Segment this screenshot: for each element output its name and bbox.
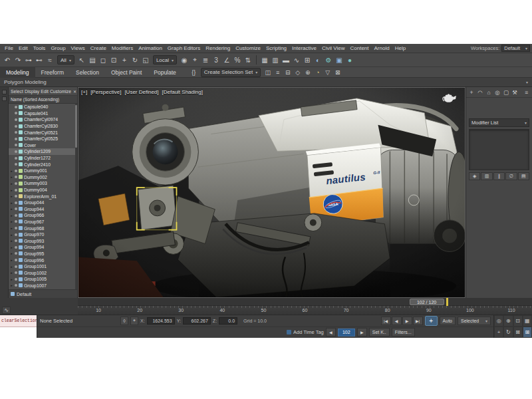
redo-icon[interactable]: ↷ — [13, 55, 23, 66]
workspace-dropdown[interactable]: Default ▾ — [501, 45, 530, 52]
menu-rendering[interactable]: Rendering — [203, 44, 233, 53]
go-to-end-button[interactable]: ▶| — [413, 317, 423, 325]
select-and-manipulate-icon[interactable]: ⌖ — [190, 55, 200, 66]
menu-create[interactable]: Create — [88, 44, 109, 53]
hierarchy-panel-tab[interactable]: ⌂ — [485, 88, 493, 97]
visibility-dot-icon[interactable] — [15, 278, 17, 281]
menu-tools[interactable]: Tools — [31, 44, 49, 53]
list-item[interactable]: ▸ Dummy002 — [9, 174, 77, 181]
schematic-view-icon[interactable]: ⊞ — [302, 55, 313, 66]
array-icon[interactable]: ⊕ — [303, 67, 313, 77]
current-frame-field[interactable]: 102 — [338, 329, 355, 336]
keyboard-shortcut-override-icon[interactable]: ≣ — [200, 55, 211, 66]
maxscript-mini-listener[interactable]: clearSelection — [0, 315, 37, 338]
list-item[interactable]: ▸ Group044 — [9, 200, 77, 206]
y-coordinate-field[interactable]: 602.267 — [183, 317, 211, 325]
visibility-dot-icon[interactable] — [15, 284, 17, 287]
expand-caret-icon[interactable]: ▸ — [10, 169, 13, 173]
dock-handle[interactable] — [2, 90, 7, 94]
mini-curve-editor-button[interactable]: ∿ — [2, 307, 11, 314]
menu-edit[interactable]: Edit — [16, 44, 31, 53]
perspective-viewport[interactable]: nautilus G-II NASA — [78, 87, 466, 298]
menu-graph-editors[interactable]: Graph Editors — [165, 44, 203, 53]
list-item[interactable]: ChamferCyl0521 — [9, 129, 77, 136]
visibility-dot-icon[interactable] — [15, 118, 17, 121]
snapshot-icon[interactable]: ◔ — [313, 67, 323, 77]
track-bar[interactable]: 102030405060708090100110 — [78, 306, 532, 315]
explorer-menu-customize[interactable]: Customize — [49, 89, 72, 94]
rectangular-selection-region-icon[interactable]: ◻ — [98, 55, 108, 66]
list-item[interactable]: ▸ Group970 — [9, 231, 77, 238]
visibility-dot-icon[interactable] — [15, 131, 17, 134]
select-and-move-icon[interactable]: + — [119, 55, 130, 66]
visibility-dot-icon[interactable] — [15, 252, 17, 255]
previous-frame-button[interactable]: ◀ — [392, 317, 402, 325]
list-item[interactable]: ▸ Dummy001 — [9, 168, 77, 174]
list-item[interactable]: ▸ Group996 — [9, 257, 77, 263]
toggle-scene-explorer-icon[interactable]: ▦ — [259, 55, 270, 66]
configure-modifier-sets-icon[interactable]: ▤ — [518, 172, 529, 180]
visibility-dot-icon[interactable] — [15, 150, 17, 153]
expand-caret-icon[interactable]: ▸ — [10, 277, 13, 281]
absolute-mode-toggle[interactable]: ⌖ — [130, 317, 138, 325]
visibility-dot-icon[interactable] — [15, 170, 17, 172]
toggle-ribbon-icon[interactable]: ▬ — [281, 55, 291, 66]
expand-caret-icon[interactable]: ▸ — [10, 233, 13, 237]
select-and-scale-icon[interactable]: ◱ — [140, 55, 151, 66]
visibility-dot-icon[interactable] — [15, 163, 17, 166]
close-icon[interactable]: ✕ — [72, 89, 77, 94]
play-button[interactable]: ▶ — [402, 317, 412, 325]
menu-help[interactable]: Help — [392, 44, 408, 53]
expand-caret-icon[interactable]: ▸ — [10, 271, 13, 275]
list-item[interactable]: ▸ Group944 — [9, 206, 77, 213]
menu-content[interactable]: Content — [348, 44, 372, 53]
zoom-all-icon[interactable]: ⊕ — [503, 315, 513, 327]
visibility-dot-icon[interactable] — [15, 189, 17, 192]
visibility-dot-icon[interactable] — [15, 220, 17, 223]
ribbon-tab-populate[interactable]: Populate — [148, 67, 182, 78]
modifier-list-dropdown[interactable]: Modifier List ▾ — [469, 118, 529, 127]
named-selection-sets-dropdown[interactable]: Create Selection Set ▾ — [201, 68, 261, 77]
viewport-lighting-menu[interactable]: [User Defined] — [124, 89, 158, 95]
menu-customize[interactable]: Customize — [233, 44, 263, 53]
list-item[interactable]: Cylinder1209 — [9, 148, 77, 155]
list-item[interactable]: Capsule041 — [9, 110, 77, 117]
menu-file[interactable]: File — [2, 44, 16, 53]
show-end-result-icon[interactable]: ▥ — [481, 172, 492, 180]
maximize-viewport-icon[interactable]: ⊞ — [523, 327, 532, 338]
expand-caret-icon[interactable]: ▸ — [10, 207, 13, 211]
visibility-dot-icon[interactable] — [15, 259, 17, 261]
list-item[interactable]: ▸ Group1002 — [9, 269, 77, 276]
render-production-icon[interactable]: ● — [344, 55, 355, 66]
next-frame-button[interactable]: ▶ — [357, 328, 367, 336]
reference-coordinate-dropdown[interactable]: Local ▾ — [153, 55, 177, 65]
expand-caret-icon[interactable]: ▸ — [10, 213, 13, 217]
window-crossing-icon[interactable]: ⊡ — [108, 55, 119, 66]
viewport-shading-menu[interactable]: [Default Shading] — [162, 89, 203, 95]
set-keys-button[interactable]: + — [425, 316, 438, 326]
list-item[interactable]: Cylinder2410 — [9, 161, 77, 168]
list-item[interactable]: ChamferCyl0525 — [9, 136, 77, 142]
ribbon-tab-modeling[interactable]: Modeling — [0, 67, 35, 78]
render-setup-icon[interactable]: ⚙ — [323, 55, 334, 66]
ribbon-section-label[interactable]: Polygon Modeling — [4, 79, 47, 85]
menu-group[interactable]: Group — [48, 44, 68, 53]
visibility-dot-icon[interactable] — [15, 246, 17, 249]
unlink-selection-icon[interactable]: ⊷ — [34, 55, 45, 66]
list-item[interactable]: ▸ Group995 — [9, 251, 77, 257]
list-item[interactable]: Capsule040 — [9, 104, 77, 110]
visibility-dot-icon[interactable] — [15, 239, 17, 242]
pan-icon[interactable]: + — [494, 327, 503, 338]
select-and-link-icon[interactable]: ⊶ — [23, 55, 34, 66]
zoom-extents-icon[interactable]: ⊡ — [513, 315, 523, 327]
explorer-menu-display[interactable]: Display — [24, 89, 40, 94]
list-item[interactable]: Cylinder1272 — [9, 155, 77, 162]
scene-object-list[interactable]: Capsule040 Capsule041 ChamferCyl0974 Cha… — [9, 104, 77, 289]
expand-caret-icon[interactable]: ▸ — [10, 283, 13, 287]
menu-modifiers[interactable]: Modifiers — [109, 44, 136, 53]
list-item[interactable]: ChamferCyl0974 — [9, 116, 77, 123]
expand-caret-icon[interactable]: ▸ — [10, 175, 13, 179]
expand-caret-icon[interactable]: ▸ — [10, 265, 13, 269]
visibility-dot-icon[interactable] — [15, 271, 17, 274]
orbit-icon[interactable]: ↻ — [503, 327, 513, 338]
